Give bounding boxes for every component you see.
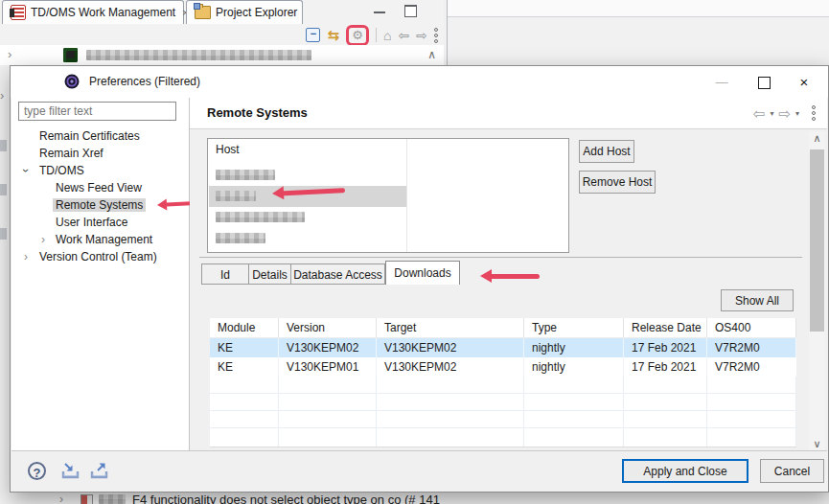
background-clipped-mark bbox=[0, 140, 7, 151]
host-row[interactable] bbox=[209, 165, 406, 186]
tdoms-app-icon bbox=[11, 5, 26, 20]
host-detail-tabs: Id Details Database Access Downloads bbox=[201, 261, 460, 285]
host-row[interactable] bbox=[209, 228, 406, 249]
tree-expander-icon[interactable]: › bbox=[8, 47, 12, 61]
show-all-button[interactable]: Show All bbox=[721, 289, 794, 311]
right-pane-empty bbox=[447, 0, 829, 65]
view-toolbar: − ⇆ ⚙ ⌂ ⇦ ⇨ bbox=[0, 25, 444, 45]
censored-host-entry bbox=[216, 212, 305, 222]
page-menu-icon[interactable] bbox=[812, 105, 816, 121]
preference-page-content: Host Add Host Remove Host Id Details Dat… bbox=[190, 129, 827, 451]
tab-details[interactable]: Details bbox=[249, 263, 291, 285]
annotation-highlight-box: ⚙ bbox=[346, 25, 369, 46]
view-window-buttons bbox=[374, 5, 417, 17]
dialog-close-button[interactable]: × bbox=[790, 66, 818, 98]
preferences-gear-icon[interactable]: ⚙ bbox=[352, 29, 363, 41]
tab-downloads[interactable]: Downloads bbox=[385, 261, 460, 285]
tab-label: Project Explorer bbox=[216, 6, 297, 19]
tree-item-work-management[interactable]: ›Work Management bbox=[12, 231, 188, 248]
table-row-selected[interactable]: KE V130KEPM02 V130KEPM02 nightly 17 Feb … bbox=[210, 338, 796, 357]
import-icon[interactable] bbox=[59, 462, 82, 481]
page-nav: ⇦ ▾ ⇨ ▾ bbox=[753, 98, 816, 128]
remove-host-button[interactable]: Remove Host bbox=[579, 171, 656, 194]
background-tree-chevron: › bbox=[0, 88, 9, 103]
nav-forward-dropdown-icon[interactable]: ▾ bbox=[795, 109, 799, 118]
page-scrollbar: ∧ ∨ bbox=[809, 131, 825, 451]
nav-back-dropdown-icon[interactable]: ▾ bbox=[770, 109, 773, 118]
filter-input[interactable] bbox=[18, 102, 176, 121]
nav-forward-icon[interactable]: ⇨ bbox=[778, 106, 791, 121]
chevron-collapsed-icon[interactable]: › bbox=[41, 231, 45, 248]
nav-back-icon[interactable]: ⇦ bbox=[753, 106, 766, 121]
background-clipped-mark bbox=[0, 228, 7, 240]
tree-item-remote-systems[interactable]: Remote Systems bbox=[12, 196, 188, 214]
collapse-all-icon[interactable]: − bbox=[306, 28, 320, 42]
preferences-dialog-icon bbox=[64, 74, 80, 89]
view-menu-icon[interactable] bbox=[434, 28, 438, 43]
censored-text-block bbox=[99, 494, 126, 504]
editor-pane: TD/OMS Work Management × Project Explore… bbox=[0, 0, 444, 65]
tab-project-explorer[interactable]: Project Explorer bbox=[186, 0, 303, 24]
table-row[interactable]: KE V130KEPM01 V130KEPM02 nightly 17 Feb … bbox=[210, 357, 796, 377]
dialog-maximize-button[interactable] bbox=[749, 66, 778, 98]
column-header[interactable]: Version bbox=[279, 318, 377, 337]
forward-arrow-icon[interactable]: ⇨ bbox=[416, 29, 427, 42]
tab-database-access[interactable]: Database Access bbox=[291, 263, 385, 285]
empty-table-row bbox=[210, 411, 796, 428]
section-separator bbox=[199, 257, 802, 258]
host-row[interactable] bbox=[209, 207, 406, 228]
folder-icon bbox=[195, 6, 211, 19]
empty-table-row bbox=[210, 377, 796, 394]
item-icon bbox=[81, 494, 93, 504]
tab-id[interactable]: Id bbox=[201, 263, 249, 285]
background-clipped-row: › F4 functionality does not select objec… bbox=[0, 493, 829, 504]
tree-item-remain-xref[interactable]: Remain Xref bbox=[12, 145, 188, 162]
censored-text-block bbox=[86, 50, 311, 60]
censored-host-entry bbox=[216, 233, 265, 243]
column-header[interactable]: Type bbox=[524, 318, 624, 337]
scrollbar-down-icon[interactable]: ∨ bbox=[809, 437, 825, 451]
tree-item-version-control[interactable]: ›Version Control (Team) bbox=[12, 248, 188, 265]
maximize-view-icon[interactable] bbox=[404, 5, 417, 17]
background-clipped-mark bbox=[0, 184, 7, 195]
export-icon[interactable] bbox=[88, 462, 111, 481]
tree-item-tdoms[interactable]: ›TD/OMS bbox=[12, 162, 188, 179]
back-arrow-icon[interactable]: ⇦ bbox=[399, 29, 410, 42]
tree-item-user-interface[interactable]: User Interface bbox=[12, 214, 188, 231]
help-icon[interactable]: ? bbox=[28, 462, 46, 480]
add-host-button[interactable]: Add Host bbox=[579, 140, 634, 163]
preferences-tree-panel: Remain Certificates Remain Xref ›TD/OMS … bbox=[12, 98, 190, 451]
tab-label: TD/OMS Work Management bbox=[31, 6, 175, 19]
tree-item-remain-certificates[interactable]: Remain Certificates bbox=[12, 127, 188, 145]
host-list: Host bbox=[207, 138, 569, 253]
downloads-table: Module Version Target Type Release Date … bbox=[210, 318, 796, 447]
dialog-titlebar: Preferences (Filtered) — × bbox=[11, 66, 828, 98]
screenshot-root: TD/OMS Work Management × Project Explore… bbox=[0, 0, 829, 504]
link-with-editor-icon[interactable]: ⇆ bbox=[327, 28, 339, 42]
minimize-view-icon[interactable] bbox=[374, 11, 385, 16]
cancel-button[interactable]: Cancel bbox=[760, 459, 824, 483]
right-pane-header bbox=[448, 0, 829, 17]
column-header[interactable]: OS400 bbox=[707, 318, 796, 337]
toolbar-separator bbox=[376, 28, 377, 42]
home-icon[interactable]: ⌂ bbox=[383, 29, 391, 42]
preference-page-header: Remote Systems ⇦ ▾ ⇨ ▾ bbox=[190, 98, 827, 129]
dialog-footer: ? Apply and Close Cancel bbox=[12, 450, 827, 491]
scrollbar-thumb[interactable] bbox=[810, 149, 824, 332]
host-list-column-divider bbox=[406, 139, 407, 252]
scroll-up-icon[interactable]: ∧ bbox=[427, 48, 436, 61]
chevron-collapsed-icon[interactable]: › bbox=[24, 248, 28, 265]
preferences-tree: Remain Certificates Remain Xref ›TD/OMS … bbox=[12, 127, 188, 265]
column-header[interactable]: Release Date bbox=[624, 318, 707, 337]
tab-td-oms-work-management[interactable]: TD/OMS Work Management × bbox=[2, 0, 184, 24]
downloads-table-header: Module Version Target Type Release Date … bbox=[210, 318, 796, 338]
tree-item-news-feed-view[interactable]: News Feed View bbox=[12, 179, 188, 196]
apply-and-close-button[interactable]: Apply and Close bbox=[622, 459, 748, 483]
dialog-minimize-button: — bbox=[707, 66, 736, 98]
column-header[interactable]: Target bbox=[377, 318, 524, 337]
editor-tabbar: TD/OMS Work Management × Project Explore… bbox=[0, 0, 444, 26]
scrollbar-up-icon[interactable]: ∧ bbox=[809, 131, 825, 146]
chevron-expanded-icon[interactable]: › bbox=[17, 169, 35, 172]
view-content-clipped: › ∧ bbox=[0, 45, 444, 65]
column-header[interactable]: Module bbox=[210, 318, 279, 337]
